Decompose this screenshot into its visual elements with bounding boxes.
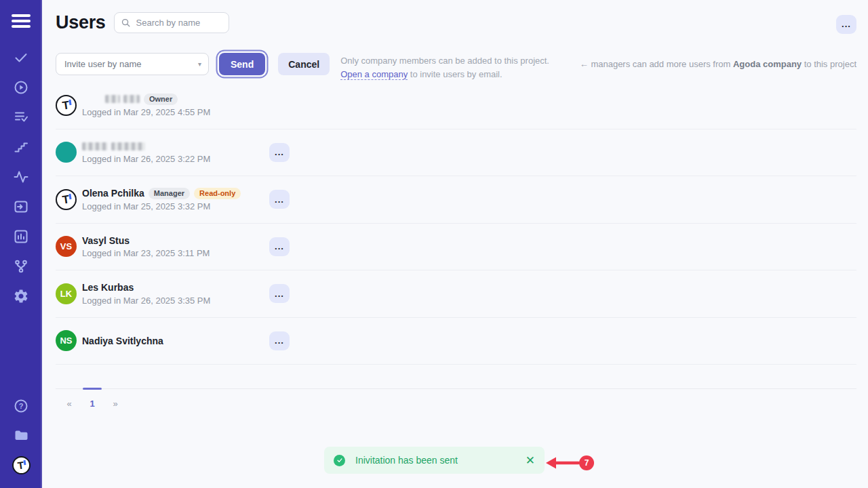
annotation-number-badge: 7 — [579, 455, 594, 470]
avatar: T — [56, 95, 77, 116]
last-login: Logged in Mar 23, 2025 3:11 PM — [82, 248, 210, 258]
row-more-button[interactable]: ... — [269, 237, 290, 256]
avatar: T — [56, 189, 77, 210]
success-check-icon — [334, 455, 345, 466]
managers-side-note: ← managers can add more users from Agoda… — [580, 53, 856, 69]
last-login: Logged in Mar 25, 2025 3:32 PM — [82, 201, 241, 211]
send-button[interactable]: Send — [219, 53, 265, 75]
readonly-badge: Read-only — [194, 188, 241, 199]
sidebar-nav — [0, 49, 42, 304]
last-login: Logged in Mar 29, 2025 4:55 PM — [82, 107, 210, 117]
redacted-name — [105, 95, 140, 103]
sidebar: ? T — [0, 0, 42, 488]
avatar: VS — [56, 236, 77, 257]
bar-chart-icon[interactable] — [13, 228, 29, 245]
user-row: T Olena Pchilka Manager Read-only Logged… — [56, 176, 856, 224]
sidebar-bottom: ? T — [0, 398, 42, 474]
hamburger-menu-icon[interactable] — [12, 14, 31, 28]
pagination: « 1 » — [56, 388, 856, 409]
branch-icon[interactable] — [13, 258, 29, 274]
avatar — [56, 142, 77, 163]
row-more-button[interactable]: ... — [269, 143, 290, 162]
invite-bar: Invite user by name ▾ Send Cancel Only c… — [56, 53, 856, 81]
row-more-button[interactable]: ... — [269, 190, 290, 209]
user-row: Logged in Mar 26, 2025 3:22 PM ... — [56, 129, 856, 177]
toast-close-icon[interactable]: ✕ — [526, 455, 535, 466]
row-more-button[interactable]: ... — [269, 284, 290, 303]
redacted-name — [82, 142, 145, 150]
check-icon[interactable] — [13, 49, 29, 66]
page-more-button[interactable]: ... — [836, 15, 856, 34]
invite-note: Only company members can be added to thi… — [340, 53, 549, 81]
last-login: Logged in Mar 26, 2025 3:35 PM — [82, 296, 210, 306]
cancel-button[interactable]: Cancel — [278, 53, 330, 75]
user-list: T Owner Logged in Mar 29, 2025 4:55 PM L… — [56, 82, 856, 365]
play-circle-icon[interactable] — [13, 79, 29, 96]
pagination-prev[interactable]: « — [60, 389, 79, 409]
user-row: LK Les Kurbas Logged in Mar 26, 2025 3:3… — [56, 270, 856, 318]
role-badge: Manager — [149, 188, 190, 199]
user-name: Vasyl Stus — [82, 235, 130, 246]
user-row: VS Vasyl Stus Logged in Mar 23, 2025 3:1… — [56, 224, 856, 271]
row-more-button[interactable]: ... — [269, 331, 290, 350]
gear-icon[interactable] — [13, 288, 29, 304]
pagination-page-1[interactable]: 1 — [83, 389, 102, 409]
last-login: Logged in Mar 26, 2025 3:22 PM — [82, 154, 210, 164]
list-check-icon[interactable] — [13, 109, 29, 125]
toast-message: Inivitation has been sent — [355, 455, 458, 466]
toast-notification: Inivitation has been sent ✕ — [324, 447, 545, 474]
steps-icon[interactable] — [13, 139, 29, 155]
invite-select-value: Invite user by name — [64, 59, 141, 69]
folder-icon[interactable] — [13, 427, 29, 443]
pagination-next[interactable]: » — [106, 389, 125, 409]
main-content: Users ... Invite user by name ▾ Send Can… — [42, 0, 868, 488]
annotation-arrow-icon — [545, 455, 580, 471]
svg-text:?: ? — [19, 402, 24, 410]
open-company-link[interactable]: Open a company — [340, 69, 408, 80]
user-row: T Owner Logged in Mar 29, 2025 4:55 PM — [56, 82, 856, 129]
user-name: Olena Pchilka — [82, 188, 144, 199]
user-row: NS Nadiya Svitlychna ... — [56, 318, 856, 365]
login-box-icon[interactable] — [13, 199, 29, 215]
help-circle-icon[interactable]: ? — [13, 398, 29, 414]
app-logo[interactable]: T — [12, 456, 31, 474]
chevron-down-icon: ▾ — [198, 60, 201, 68]
search-input[interactable] — [114, 12, 229, 33]
page-header: Users — [56, 12, 229, 33]
search-box — [114, 12, 229, 33]
avatar: NS — [56, 330, 77, 351]
role-badge: Owner — [144, 94, 178, 105]
avatar: LK — [56, 283, 77, 304]
user-name: Nadiya Svitlychna — [82, 336, 163, 346]
invite-user-select[interactable]: Invite user by name ▾ — [56, 53, 209, 75]
user-name: Les Kurbas — [82, 282, 134, 293]
search-icon — [121, 18, 131, 28]
activity-icon[interactable] — [13, 169, 29, 185]
page-title: Users — [56, 12, 106, 33]
